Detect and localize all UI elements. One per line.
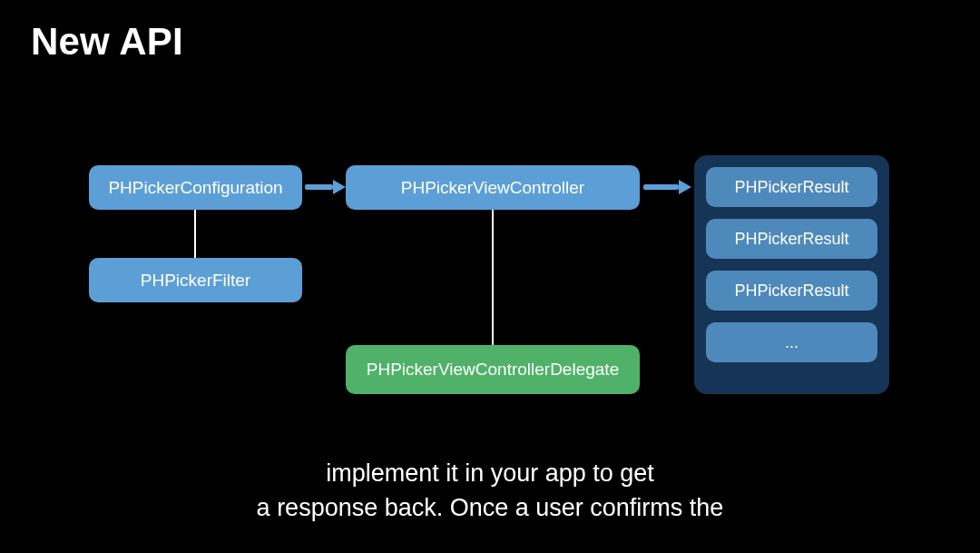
box-phpicker-filter: PHPickerFilter <box>89 258 302 302</box>
arrow-line <box>305 184 333 190</box>
caption-line-1: implement it in your app to get <box>0 457 980 491</box>
arrow-head-icon <box>333 180 346 194</box>
connector-config-to-filter <box>194 210 196 258</box>
box-phpicker-result-more: ... <box>706 322 877 362</box>
box-phpicker-result: PHPickerResult <box>706 167 877 207</box>
slide-stage: New API PHPickerConfiguration PHPickerFi… <box>0 0 980 553</box>
arrow-controller-to-results <box>643 180 691 194</box>
box-phpicker-delegate: PHPickerViewControllerDelegate <box>346 345 640 394</box>
results-container: PHPickerResult PHPickerResult PHPickerRe… <box>694 155 889 394</box>
slide-title: New API <box>31 20 183 64</box>
arrow-config-to-controller <box>305 180 346 194</box>
box-phpicker-configuration: PHPickerConfiguration <box>89 165 302 210</box>
caption-line-2: a response back. Once a user confirms th… <box>0 491 980 526</box>
box-phpicker-result: PHPickerResult <box>706 271 877 311</box>
box-phpicker-result: PHPickerResult <box>706 219 877 259</box>
arrow-head-icon <box>679 180 691 194</box>
arrow-line <box>643 184 679 190</box>
connector-controller-to-delegate <box>492 210 494 345</box>
subtitle-caption: implement it in your app to get a respon… <box>0 457 980 526</box>
box-phpicker-viewcontroller: PHPickerViewController <box>346 165 640 210</box>
